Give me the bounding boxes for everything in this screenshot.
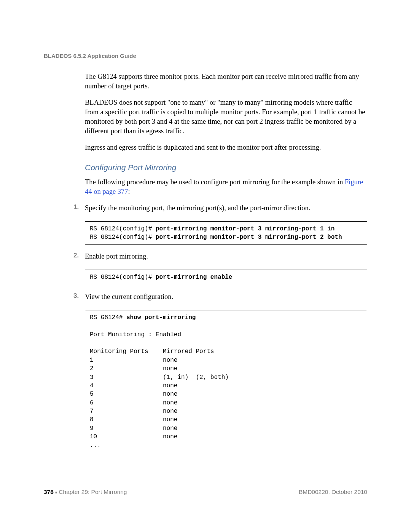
paragraph: The following procedure may be used to c… xyxy=(85,177,367,197)
step-number: 1. xyxy=(44,203,85,217)
prompt: RS G8124(config)# xyxy=(90,225,156,232)
procedure-list: 2. Enable port mirroring. xyxy=(44,252,367,266)
step-number: 2. xyxy=(44,252,85,266)
paragraph: Ingress and egress traffic is duplicated… xyxy=(85,143,367,152)
command: show port-mirroring xyxy=(126,314,196,321)
code-block-output: RS G8124# show port-mirroring Port Monit… xyxy=(85,310,367,453)
footer-right: BMD00220, October 2010 xyxy=(299,489,367,495)
intro-text: The following procedure may be used to c… xyxy=(85,178,345,186)
step-1: 1. Specify the monitoring port, the mirr… xyxy=(44,203,367,217)
step-2: 2. Enable port mirroring. xyxy=(44,252,367,266)
procedure-list: 1. Specify the monitoring port, the mirr… xyxy=(44,203,367,217)
step-3: 3. View the current configuration. xyxy=(44,292,367,306)
command: port-mirroring enable xyxy=(156,274,233,281)
step-number: 3. xyxy=(44,292,85,306)
intro-colon: : xyxy=(128,188,130,195)
page-container: BLADEOS 6.5.2 Application Guide The G812… xyxy=(0,0,411,453)
running-header: BLADEOS 6.5.2 Application Guide xyxy=(44,53,367,59)
separator-icon: ■ xyxy=(54,490,59,494)
command-output: Port Monitoring : Enabled Monitoring Por… xyxy=(90,331,229,449)
page-number: 378 xyxy=(44,489,54,495)
prompt: RS G8124(config)# xyxy=(90,274,156,281)
code-block: RS G8124(config)# port-mirroring enable xyxy=(85,270,367,285)
prompt: RS G8124# xyxy=(90,314,126,321)
command: port-mirroring monitor-port 3 mirroring-… xyxy=(156,234,342,241)
chapter-label: Chapter 29: Port Mirroring xyxy=(59,489,127,495)
procedure-list: 3. View the current configuration. xyxy=(44,292,367,306)
command: port-mirroring monitor-port 3 mirroring-… xyxy=(156,225,335,232)
section-heading: Configuring Port Mirroring xyxy=(85,163,367,172)
step-text: Enable port mirroring. xyxy=(85,252,367,261)
paragraph: The G8124 supports three monitor ports. … xyxy=(85,72,367,91)
prompt: RS G8124(config)# xyxy=(90,234,156,241)
step-text: View the current configuration. xyxy=(85,292,367,302)
page-footer: 378■Chapter 29: Port Mirroring BMD00220,… xyxy=(44,489,367,495)
code-block: RS G8124(config)# port-mirroring monitor… xyxy=(85,221,367,245)
paragraph: BLADEOS does not support "one to many" o… xyxy=(85,98,367,136)
footer-left: 378■Chapter 29: Port Mirroring xyxy=(44,489,127,495)
step-text: Specify the monitoring port, the mirrori… xyxy=(85,203,367,213)
